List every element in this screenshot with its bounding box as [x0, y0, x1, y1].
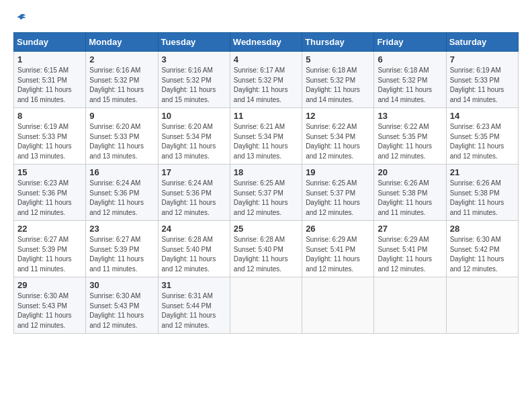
calendar-cell: 23Sunrise: 6:27 AMSunset: 5:39 PMDayligh… — [86, 221, 158, 277]
day-number: 9 — [89, 111, 154, 121]
day-number: 7 — [450, 54, 515, 64]
day-number: 10 — [162, 111, 226, 121]
calendar-cell: 5Sunrise: 6:18 AMSunset: 5:32 PMDaylight… — [302, 52, 374, 108]
day-info: Sunrise: 6:16 AMSunset: 5:32 PMDaylight:… — [162, 66, 226, 105]
day-info: Sunrise: 6:29 AMSunset: 5:41 PMDaylight:… — [378, 235, 442, 274]
day-info: Sunrise: 6:28 AMSunset: 5:40 PMDaylight:… — [162, 235, 226, 274]
calendar-cell: 17Sunrise: 6:24 AMSunset: 5:36 PMDayligh… — [158, 165, 230, 221]
calendar-cell — [446, 277, 518, 334]
day-number: 12 — [306, 111, 370, 121]
calendar-cell: 26Sunrise: 6:29 AMSunset: 5:41 PMDayligh… — [302, 221, 374, 277]
day-number: 13 — [378, 111, 442, 121]
calendar-cell: 10Sunrise: 6:20 AMSunset: 5:34 PMDayligh… — [158, 108, 230, 165]
calendar-cell — [230, 277, 302, 334]
calendar-cell: 9Sunrise: 6:20 AMSunset: 5:33 PMDaylight… — [86, 108, 158, 165]
day-number: 27 — [378, 224, 442, 234]
day-number: 1 — [17, 54, 82, 64]
header-wednesday: Wednesday — [230, 33, 302, 52]
calendar-week-row: 8Sunrise: 6:19 AMSunset: 5:33 PMDaylight… — [14, 108, 519, 165]
day-number: 11 — [234, 111, 298, 121]
day-info: Sunrise: 6:18 AMSunset: 5:32 PMDaylight:… — [306, 66, 370, 105]
day-number: 21 — [450, 167, 515, 177]
day-number: 22 — [17, 224, 82, 234]
day-info: Sunrise: 6:24 AMSunset: 5:36 PMDaylight:… — [162, 179, 226, 218]
header-tuesday: Tuesday — [158, 33, 230, 52]
calendar-week-row: 15Sunrise: 6:23 AMSunset: 5:36 PMDayligh… — [14, 165, 519, 221]
day-number: 29 — [17, 280, 82, 290]
day-info: Sunrise: 6:17 AMSunset: 5:32 PMDaylight:… — [234, 66, 298, 105]
day-info: Sunrise: 6:24 AMSunset: 5:36 PMDaylight:… — [89, 179, 154, 218]
calendar-week-row: 29Sunrise: 6:30 AMSunset: 5:43 PMDayligh… — [14, 277, 519, 334]
calendar-cell: 25Sunrise: 6:28 AMSunset: 5:40 PMDayligh… — [230, 221, 302, 277]
day-number: 20 — [378, 167, 442, 177]
day-number: 17 — [162, 167, 226, 177]
calendar-cell: 18Sunrise: 6:25 AMSunset: 5:37 PMDayligh… — [230, 165, 302, 221]
day-number: 5 — [306, 54, 370, 64]
day-number: 14 — [450, 111, 515, 121]
day-info: Sunrise: 6:26 AMSunset: 5:38 PMDaylight:… — [378, 179, 442, 218]
day-number: 23 — [89, 224, 154, 234]
calendar-cell: 28Sunrise: 6:30 AMSunset: 5:42 PMDayligh… — [446, 221, 518, 277]
calendar-cell: 6Sunrise: 6:18 AMSunset: 5:32 PMDaylight… — [374, 52, 446, 108]
day-info: Sunrise: 6:21 AMSunset: 5:34 PMDaylight:… — [234, 122, 298, 161]
day-info: Sunrise: 6:30 AMSunset: 5:43 PMDaylight:… — [89, 291, 154, 330]
calendar-cell: 21Sunrise: 6:26 AMSunset: 5:38 PMDayligh… — [446, 165, 518, 221]
calendar-cell: 2Sunrise: 6:16 AMSunset: 5:32 PMDaylight… — [86, 52, 158, 108]
day-info: Sunrise: 6:18 AMSunset: 5:32 PMDaylight:… — [378, 66, 442, 105]
day-info: Sunrise: 6:20 AMSunset: 5:33 PMDaylight:… — [89, 122, 154, 161]
day-info: Sunrise: 6:19 AMSunset: 5:33 PMDaylight:… — [17, 122, 82, 161]
calendar-cell: 27Sunrise: 6:29 AMSunset: 5:41 PMDayligh… — [374, 221, 446, 277]
calendar-cell: 1Sunrise: 6:15 AMSunset: 5:31 PMDaylight… — [14, 52, 86, 108]
day-info: Sunrise: 6:30 AMSunset: 5:42 PMDaylight:… — [450, 235, 515, 274]
logo — [13, 11, 27, 26]
day-info: Sunrise: 6:23 AMSunset: 5:36 PMDaylight:… — [17, 179, 82, 218]
day-number: 31 — [162, 280, 226, 290]
calendar-cell: 19Sunrise: 6:25 AMSunset: 5:37 PMDayligh… — [302, 165, 374, 221]
calendar-cell: 31Sunrise: 6:31 AMSunset: 5:44 PMDayligh… — [158, 277, 230, 334]
page-header — [13, 11, 519, 26]
day-info: Sunrise: 6:28 AMSunset: 5:40 PMDaylight:… — [234, 235, 298, 274]
day-number: 4 — [234, 54, 298, 64]
calendar-cell: 7Sunrise: 6:19 AMSunset: 5:33 PMDaylight… — [446, 52, 518, 108]
day-info: Sunrise: 6:29 AMSunset: 5:41 PMDaylight:… — [306, 235, 370, 274]
day-number: 8 — [17, 111, 82, 121]
calendar-cell — [302, 277, 374, 334]
header-saturday: Saturday — [446, 33, 518, 52]
day-number: 28 — [450, 224, 515, 234]
day-info: Sunrise: 6:27 AMSunset: 5:39 PMDaylight:… — [17, 235, 82, 274]
header-thursday: Thursday — [302, 33, 374, 52]
calendar-cell: 11Sunrise: 6:21 AMSunset: 5:34 PMDayligh… — [230, 108, 302, 165]
day-info: Sunrise: 6:30 AMSunset: 5:43 PMDaylight:… — [17, 291, 82, 330]
day-number: 15 — [17, 167, 82, 177]
day-info: Sunrise: 6:16 AMSunset: 5:32 PMDaylight:… — [89, 66, 154, 105]
calendar-cell: 20Sunrise: 6:26 AMSunset: 5:38 PMDayligh… — [374, 165, 446, 221]
day-info: Sunrise: 6:31 AMSunset: 5:44 PMDaylight:… — [162, 291, 226, 330]
logo-bird-icon — [15, 12, 27, 24]
day-number: 30 — [89, 280, 154, 290]
day-info: Sunrise: 6:15 AMSunset: 5:31 PMDaylight:… — [17, 66, 82, 105]
day-info: Sunrise: 6:20 AMSunset: 5:34 PMDaylight:… — [162, 122, 226, 161]
calendar-cell: 12Sunrise: 6:22 AMSunset: 5:34 PMDayligh… — [302, 108, 374, 165]
day-info: Sunrise: 6:23 AMSunset: 5:35 PMDaylight:… — [450, 122, 515, 161]
header-monday: Monday — [86, 33, 158, 52]
day-number: 3 — [162, 54, 226, 64]
day-number: 16 — [89, 167, 154, 177]
day-number: 19 — [306, 167, 370, 177]
day-number: 2 — [89, 54, 154, 64]
day-number: 18 — [234, 167, 298, 177]
calendar-cell: 8Sunrise: 6:19 AMSunset: 5:33 PMDaylight… — [14, 108, 86, 165]
calendar-table: SundayMondayTuesdayWednesdayThursdayFrid… — [13, 32, 519, 334]
calendar-week-row: 22Sunrise: 6:27 AMSunset: 5:39 PMDayligh… — [14, 221, 519, 277]
header-friday: Friday — [374, 33, 446, 52]
day-info: Sunrise: 6:22 AMSunset: 5:34 PMDaylight:… — [306, 122, 370, 161]
day-number: 24 — [162, 224, 226, 234]
calendar-cell: 15Sunrise: 6:23 AMSunset: 5:36 PMDayligh… — [14, 165, 86, 221]
day-number: 26 — [306, 224, 370, 234]
calendar-cell: 3Sunrise: 6:16 AMSunset: 5:32 PMDaylight… — [158, 52, 230, 108]
calendar-week-row: 1Sunrise: 6:15 AMSunset: 5:31 PMDaylight… — [14, 52, 519, 108]
calendar-cell: 29Sunrise: 6:30 AMSunset: 5:43 PMDayligh… — [14, 277, 86, 334]
calendar-cell: 4Sunrise: 6:17 AMSunset: 5:32 PMDaylight… — [230, 52, 302, 108]
calendar-cell: 24Sunrise: 6:28 AMSunset: 5:40 PMDayligh… — [158, 221, 230, 277]
calendar-cell: 16Sunrise: 6:24 AMSunset: 5:36 PMDayligh… — [86, 165, 158, 221]
day-info: Sunrise: 6:22 AMSunset: 5:35 PMDaylight:… — [378, 122, 442, 161]
